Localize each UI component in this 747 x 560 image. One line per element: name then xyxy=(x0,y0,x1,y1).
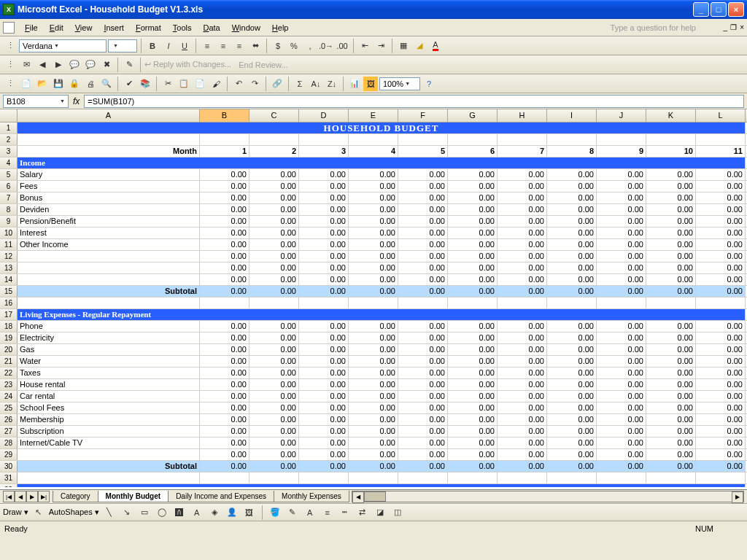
cell[interactable] xyxy=(597,134,646,145)
cell[interactable]: 0.00 xyxy=(398,262,448,273)
cell[interactable]: 0.00 xyxy=(547,426,597,437)
row-header[interactable]: 7 xyxy=(0,192,18,203)
cell[interactable]: 0.00 xyxy=(299,391,349,402)
cell[interactable]: 0.00 xyxy=(349,332,398,343)
cell[interactable]: 0.00 xyxy=(498,461,547,472)
cell[interactable]: 0.00 xyxy=(646,286,696,297)
cell[interactable]: 0.00 xyxy=(646,228,696,238)
cell[interactable]: 0.00 xyxy=(448,286,498,297)
cell[interactable]: 0.00 xyxy=(349,402,398,413)
cell[interactable] xyxy=(18,449,200,460)
cell[interactable]: 0.00 xyxy=(646,321,696,332)
cell[interactable]: 0.00 xyxy=(646,204,696,215)
cell[interactable]: 0.00 xyxy=(448,204,498,215)
cell[interactable] xyxy=(18,274,200,285)
cell[interactable]: 0.00 xyxy=(448,344,498,355)
chart-wizard-button[interactable]: 📊 xyxy=(347,77,362,91)
row-header[interactable]: 29 xyxy=(0,449,18,460)
cell[interactable] xyxy=(249,134,299,145)
bold-button[interactable]: B xyxy=(145,39,160,53)
currency-button[interactable]: $ xyxy=(271,39,285,53)
cell[interactable]: 0.00 xyxy=(448,356,498,367)
cell[interactable] xyxy=(200,134,249,145)
formula-bar[interactable]: =SUM(B107) xyxy=(84,95,744,108)
cell[interactable]: 0.00 xyxy=(547,379,597,390)
cell[interactable]: 0.00 xyxy=(696,169,746,180)
column-header-K[interactable]: K xyxy=(646,109,696,122)
cell[interactable]: 0.00 xyxy=(547,204,597,215)
new-comment-button[interactable]: ✉ xyxy=(19,58,34,72)
menu-window[interactable]: Window xyxy=(226,21,266,34)
cell[interactable]: 0.00 xyxy=(200,368,249,378)
cell[interactable]: 0.00 xyxy=(349,461,398,472)
increase-decimal-button[interactable]: .0→ xyxy=(319,39,333,53)
cell[interactable]: 0.00 xyxy=(646,414,696,425)
cell[interactable]: 0.00 xyxy=(398,461,448,472)
cell[interactable]: 0.00 xyxy=(448,391,498,402)
cell[interactable]: 0.00 xyxy=(398,286,448,297)
cell[interactable]: 0.00 xyxy=(398,321,448,332)
cell[interactable]: 0.00 xyxy=(448,228,498,238)
cell[interactable]: 2 xyxy=(249,146,299,157)
cell[interactable]: 0.00 xyxy=(547,274,597,285)
cell[interactable] xyxy=(498,298,547,308)
cell[interactable]: 0.00 xyxy=(646,216,696,227)
cell[interactable] xyxy=(349,298,398,308)
cell[interactable]: 0.00 xyxy=(547,239,597,250)
cell[interactable] xyxy=(597,472,646,483)
cell[interactable]: 5 xyxy=(398,146,448,157)
cell[interactable]: 0.00 xyxy=(597,344,646,355)
cell[interactable]: 0.00 xyxy=(498,356,547,367)
next-comment-button[interactable]: ▶ xyxy=(51,58,66,72)
cell[interactable]: 0.00 xyxy=(696,344,746,355)
cell[interactable]: 0.00 xyxy=(696,321,746,332)
cell[interactable]: 0.00 xyxy=(448,181,498,192)
cell[interactable]: 7 xyxy=(498,146,547,157)
cell[interactable]: 0.00 xyxy=(200,216,249,227)
horizontal-scrollbar[interactable]: ◀▶ xyxy=(352,491,744,502)
new-button[interactable]: 📄 xyxy=(19,77,34,91)
cell[interactable]: 0.00 xyxy=(249,426,299,437)
row-header[interactable]: 15 xyxy=(0,286,18,297)
menu-edit[interactable]: Edit xyxy=(44,21,69,34)
cell[interactable]: 4 xyxy=(349,146,398,157)
cell[interactable] xyxy=(597,298,646,308)
cell[interactable]: 0.00 xyxy=(597,379,646,390)
row-header[interactable]: 16 xyxy=(0,298,18,308)
cell[interactable]: 0.00 xyxy=(299,402,349,413)
cell[interactable]: 0.00 xyxy=(349,286,398,297)
sheet-tab[interactable]: Daily Income and Expenses xyxy=(168,491,274,502)
cell[interactable]: 0.00 xyxy=(249,251,299,262)
cell[interactable]: 0.00 xyxy=(398,402,448,413)
cell[interactable]: 0.00 xyxy=(349,426,398,437)
cell[interactable]: 0.00 xyxy=(597,239,646,250)
undo-button[interactable]: ↶ xyxy=(231,77,246,91)
cell[interactable]: 0.00 xyxy=(200,402,249,413)
cell[interactable]: 0.00 xyxy=(597,204,646,215)
cell[interactable]: Living Expenses - Regular Repayment xyxy=(18,309,746,320)
toolbar-handle-icon[interactable]: ⋮ xyxy=(3,77,18,91)
cell[interactable]: 0.00 xyxy=(597,332,646,343)
cell[interactable]: 0.00 xyxy=(249,449,299,460)
tab-first-button[interactable]: |◀ xyxy=(3,491,15,502)
cell[interactable] xyxy=(498,134,547,145)
autosum-button[interactable]: Σ xyxy=(293,77,307,91)
cell[interactable]: 0.00 xyxy=(696,438,746,448)
cell[interactable]: 0.00 xyxy=(547,344,597,355)
cell[interactable] xyxy=(18,298,200,308)
cell[interactable]: 0.00 xyxy=(349,239,398,250)
cell[interactable]: 0.00 xyxy=(498,181,547,192)
line-button[interactable]: ╲ xyxy=(102,505,117,520)
cell[interactable]: 0.00 xyxy=(299,251,349,262)
row-header[interactable]: 24 xyxy=(0,391,18,402)
cell[interactable]: 0.00 xyxy=(398,181,448,192)
cell[interactable]: 0.00 xyxy=(249,368,299,378)
percent-button[interactable]: % xyxy=(287,39,301,53)
cell[interactable]: 0.00 xyxy=(498,368,547,378)
cell[interactable]: 0.00 xyxy=(646,426,696,437)
row-header[interactable]: 13 xyxy=(0,262,18,273)
cell[interactable]: 0.00 xyxy=(349,438,398,448)
cell[interactable]: 0.00 xyxy=(646,181,696,192)
cell[interactable] xyxy=(696,298,746,308)
cell[interactable]: 0.00 xyxy=(200,251,249,262)
